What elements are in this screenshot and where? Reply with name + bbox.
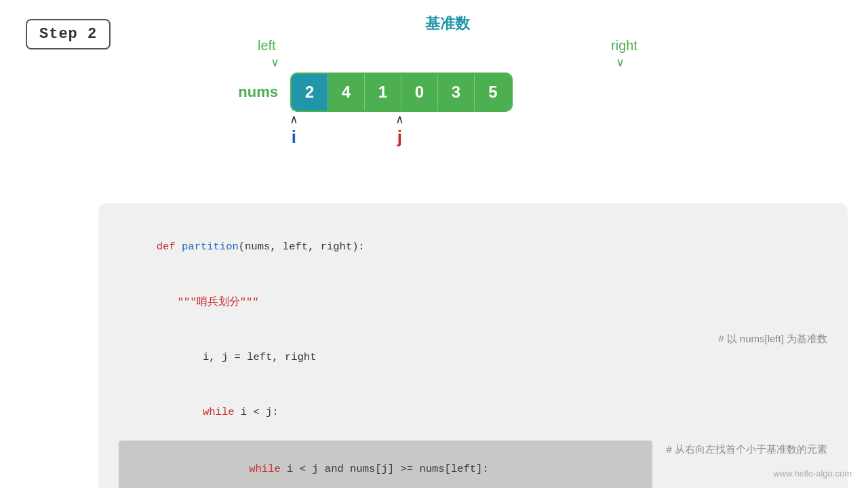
code-text-3: while i < j: [119,385,827,440]
code-text-1: """哨兵划分""" [119,274,827,329]
code-comment-4: # 从右向左找首个小于基准数的元素 [666,441,827,489]
code-text-4: while i < j and nums[j] >= nums[left]: [119,441,652,489]
code-line-1: """哨兵划分""" [119,274,827,329]
code-text-2: i, j = left, right [119,330,705,385]
nums-row: nums 2 4 1 0 3 5 [237,73,658,112]
array-cell-4: 3 [438,74,475,110]
nums-label: nums [237,83,278,101]
array-cell-0: 2 [292,74,328,110]
array-cell-5: 5 [475,74,511,110]
code-line-0: def partition(nums, left, right): [119,220,827,274]
watermark: www.hello-algo.com [773,468,852,479]
code-line-3: while i < j: [119,385,827,440]
right-pointer-label: right [611,38,637,54]
left-pointer-label: left [258,38,276,54]
left-arrow-icon: ∨ [271,55,279,70]
j-label: j [397,127,402,148]
code-area: def partition(nums, left, right): """哨兵划… [98,203,848,488]
right-arrow-icon: ∨ [616,55,624,70]
viz-area: 基准数 left right ∨ ∨ nums 2 4 1 0 3 5 ∧ i … [237,14,658,152]
code-line-4: while i < j and nums[j] >= nums[left]: #… [119,441,827,489]
pointer-row: left right [237,38,658,54]
step-badge: Step 2 [26,19,111,49]
i-marker: ∧ i [290,112,298,148]
code-text-0: def partition(nums, left, right): [119,220,827,274]
array-cell-1: 4 [328,74,365,110]
array-container: 2 4 1 0 3 5 [290,73,513,112]
code-comment-2: # 以 nums[left] 为基准数 [718,330,827,385]
i-up-arrow-icon: ∧ [290,112,298,127]
ij-markers: ∧ i ∧ j [290,112,658,152]
j-marker: ∧ j [396,112,403,148]
code-line-2: i, j = left, right # 以 nums[left] 为基准数 [119,330,827,385]
j-up-arrow-icon: ∧ [396,112,403,127]
i-label: i [292,127,296,148]
lr-arrow-row: ∨ ∨ [237,55,658,70]
array-cell-2: 1 [365,74,401,110]
pivot-label: 基准数 [237,14,658,34]
array-cell-3: 0 [401,74,438,110]
